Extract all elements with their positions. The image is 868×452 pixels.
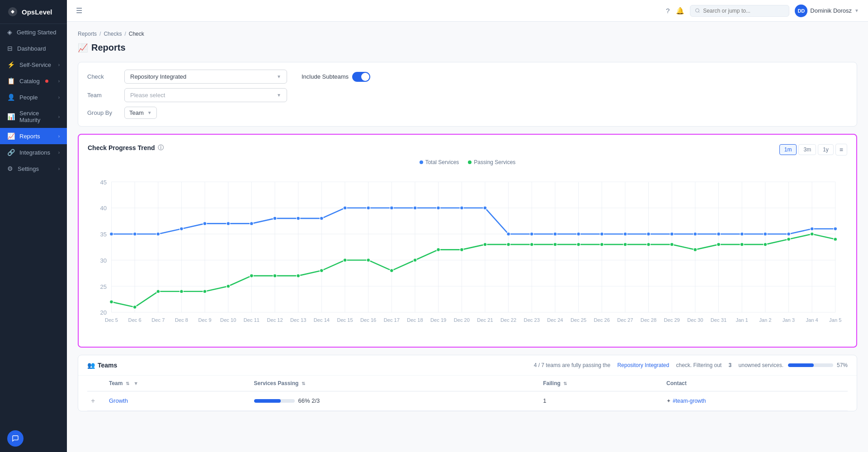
- check-filter-row: Check Repository Integrated ▼ Include Su…: [87, 70, 848, 84]
- user-menu[interactable]: DD Dominik Dorosz ▼: [795, 5, 859, 17]
- svg-point-105: [717, 232, 721, 236]
- sidebar-label-reports: Reports: [19, 133, 40, 140]
- sidebar-chevron-service-maturity: ›: [58, 114, 60, 119]
- sidebar-item-settings[interactable]: ⚙ Settings ›: [0, 160, 67, 177]
- svg-point-130: [553, 243, 557, 246]
- teams-summary-section: 4 / 7 teams are fully passing the Reposi…: [534, 362, 848, 368]
- table-cell-team: Growth: [105, 391, 250, 410]
- topbar: ☰ ? 🔔 DD Dominik Dorosz ▼: [67, 0, 868, 22]
- svg-text:Dec 13: Dec 13: [290, 317, 306, 323]
- svg-text:Dec 21: Dec 21: [477, 317, 493, 323]
- group-by-row: Group By Team ▼: [87, 107, 848, 119]
- breadcrumb-reports[interactable]: Reports: [78, 31, 97, 37]
- contact-icon: ✦: [666, 398, 671, 404]
- svg-point-100: [600, 232, 604, 236]
- page-title: Reports: [91, 42, 126, 53]
- notifications-icon[interactable]: 🔔: [676, 7, 684, 15]
- failing-sort-icon[interactable]: ⇅: [563, 381, 567, 386]
- breadcrumb-checks[interactable]: Checks: [104, 31, 122, 37]
- team-name-link[interactable]: Growth: [109, 397, 128, 404]
- svg-text:Jan 3: Jan 3: [783, 317, 795, 323]
- page-title-section: 📈 Reports: [78, 42, 857, 53]
- sidebar-item-people[interactable]: 👤 People ›: [0, 89, 67, 105]
- svg-point-116: [226, 284, 230, 288]
- sidebar-chevron-settings: ›: [58, 166, 60, 171]
- chart-title-section: Check Progress Trend ⓘ: [88, 144, 164, 152]
- chart-menu-button[interactable]: ≡: [835, 144, 847, 155]
- sidebar-label-dashboard: Dashboard: [17, 45, 46, 52]
- svg-point-129: [530, 243, 533, 246]
- chart-3m-button[interactable]: 3m: [798, 144, 816, 155]
- team-select[interactable]: Please select ▼: [124, 88, 287, 102]
- teams-icon: 👥: [87, 362, 95, 369]
- group-by-arrow-icon: ▼: [147, 110, 152, 115]
- services-sort-icon[interactable]: ⇅: [302, 381, 305, 386]
- sidebar-item-self-service[interactable]: ⚡ Self-Service ›: [0, 56, 67, 73]
- th-failing-label: Failing: [543, 380, 561, 386]
- svg-point-84: [226, 222, 230, 226]
- team-sort-icon[interactable]: ⇅: [126, 381, 129, 386]
- svg-point-1: [696, 9, 699, 12]
- svg-text:Dec 9: Dec 9: [198, 317, 212, 323]
- unowned-suffix: unowned services.: [739, 362, 783, 368]
- services-bar-fill: [254, 399, 281, 403]
- table-body: + Growth 66% 2/3 1 ✦ #team-growth: [87, 391, 848, 410]
- chart-info-icon[interactable]: ⓘ: [158, 144, 164, 152]
- summary-suffix: check. Filtering out: [676, 362, 722, 368]
- svg-text:Dec 5: Dec 5: [105, 317, 118, 323]
- sidebar-label-people: People: [19, 94, 38, 101]
- sidebar-item-integrations[interactable]: 🔗 Integrations ›: [0, 144, 67, 160]
- page-content: Reports / Checks / Check 📈 Reports Check…: [67, 22, 868, 452]
- th-contact-label: Contact: [666, 380, 687, 386]
- svg-text:Dec 12: Dec 12: [267, 317, 283, 323]
- sidebar-item-reports[interactable]: 📈 Reports ›: [0, 128, 67, 144]
- legend-total-dot: [420, 160, 423, 164]
- sidebar-icon-catalog: 📋: [7, 77, 15, 85]
- svg-text:Dec 27: Dec 27: [617, 317, 633, 323]
- svg-point-80: [133, 232, 137, 236]
- check-value: Repository Integrated: [130, 73, 186, 80]
- svg-point-140: [787, 237, 791, 241]
- services-label: 66% 2/3: [298, 397, 320, 404]
- check-link[interactable]: Repository Integrated: [617, 362, 669, 368]
- team-filter-icon[interactable]: ▼: [133, 381, 138, 386]
- svg-point-119: [297, 274, 300, 278]
- svg-point-117: [250, 274, 253, 278]
- group-by-select[interactable]: Team ▼: [124, 107, 157, 119]
- legend-passing: Passing Services: [468, 159, 515, 165]
- chat-button[interactable]: [7, 430, 24, 447]
- chart-1y-button[interactable]: 1y: [818, 144, 834, 155]
- svg-point-95: [483, 206, 487, 210]
- svg-text:Dec 28: Dec 28: [641, 317, 656, 323]
- user-name: Dominik Dorosz: [810, 7, 852, 14]
- sidebar-badge-catalog: [45, 80, 48, 83]
- teams-title: 👥 Teams: [87, 362, 117, 369]
- sidebar-item-catalog[interactable]: 📋 Catalog ›: [0, 73, 67, 89]
- include-subteams-toggle[interactable]: [352, 72, 370, 82]
- svg-text:20: 20: [100, 309, 107, 316]
- svg-point-94: [460, 206, 463, 210]
- legend-total-label: Total Services: [425, 159, 459, 165]
- sidebar-item-dashboard[interactable]: ⊟ Dashboard: [0, 40, 67, 56]
- search-input[interactable]: [703, 8, 784, 14]
- sidebar-icon-integrations: 🔗: [7, 149, 15, 156]
- sidebar-label-self-service: Self-Service: [19, 61, 51, 68]
- th-services-label: Services Passing: [254, 380, 299, 386]
- add-team-button[interactable]: +: [91, 397, 95, 405]
- sidebar-icon-service-maturity: 📊: [7, 113, 15, 120]
- menu-toggle-button[interactable]: ☰: [76, 6, 82, 15]
- svg-point-112: [133, 306, 137, 309]
- search-bar[interactable]: [690, 5, 789, 17]
- sidebar-logo[interactable]: OpsLevel: [0, 0, 67, 24]
- sidebar-item-service-maturity[interactable]: 📊 Service Maturity ›: [0, 105, 67, 128]
- check-select[interactable]: Repository Integrated ▼: [124, 70, 287, 84]
- svg-text:Dec 18: Dec 18: [407, 317, 423, 323]
- breadcrumb-sep-1: /: [99, 31, 101, 37]
- svg-point-120: [320, 269, 323, 273]
- legend-passing-dot: [468, 160, 472, 164]
- help-icon[interactable]: ?: [666, 7, 670, 14]
- contact-link[interactable]: #team-growth: [673, 398, 706, 404]
- sidebar-item-getting-started[interactable]: ◈ Getting Started: [0, 24, 67, 40]
- chart-1m-button[interactable]: 1m: [779, 144, 797, 155]
- svg-line-2: [699, 12, 700, 13]
